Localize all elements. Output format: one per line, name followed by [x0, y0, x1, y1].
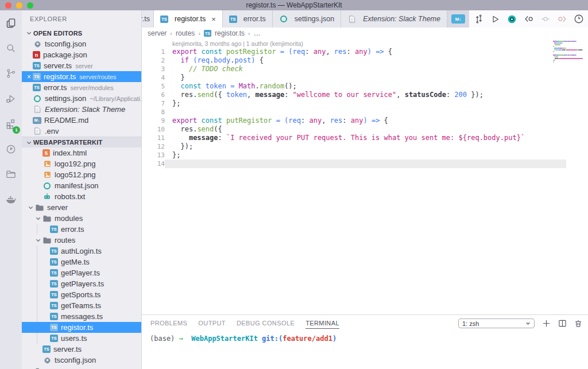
code-line: 7}; — [142, 99, 588, 108]
tab-settings.json[interactable]: settings.json — [273, 10, 341, 28]
panel-tab-terminal[interactable]: TERMINAL — [305, 315, 339, 329]
editor-actions — [469, 10, 588, 28]
tree-item-logo192.png[interactable]: logo192.png — [22, 158, 141, 169]
tab-error.ts[interactable]: TSerror.ts — [223, 10, 273, 28]
open-editor-item-package.json[interactable]: npackage.json — [22, 49, 141, 60]
ts-file-icon: TS — [229, 15, 237, 23]
chevron-down-icon — [525, 320, 531, 327]
tab-registor.ts[interactable]: TSregistor.ts× — [154, 10, 223, 28]
open-editor-item-.env[interactable]: .env — [22, 126, 141, 137]
open-editor-item-Extension: Slack Theme[interactable]: Extension: Slack Theme — [22, 104, 141, 115]
extensions-icon[interactable]: 1 — [0, 111, 22, 137]
tab-bar: server.tsTSregistor.ts×TSerror.tssetting… — [142, 10, 588, 28]
breadcrumb-item[interactable]: server — [148, 29, 167, 37]
panel-tab-debug-console[interactable]: DEBUG CONSOLE — [237, 315, 295, 328]
chevron-down-icon — [35, 238, 41, 243]
tree-item-messages.ts[interactable]: TSmessages.ts — [22, 311, 141, 322]
split-terminal-button[interactable] — [558, 319, 567, 328]
open-editor-item-README.md[interactable]: M↓README.md — [22, 115, 141, 126]
ring-file-icon — [42, 181, 52, 190]
compare-changes-icon[interactable] — [472, 13, 485, 26]
close-window-button[interactable] — [5, 2, 11, 9]
nav-forward-icon[interactable] — [555, 13, 568, 26]
tree-item-server[interactable]: server — [22, 202, 141, 213]
open-editor-item-tsconfig.json[interactable]: tsconfig.json — [22, 38, 141, 49]
code-line: 4 } — [142, 73, 588, 82]
tree-item-logo512.png[interactable]: logo512.png — [22, 169, 141, 180]
tree-item-registor.ts[interactable]: TSregistor.ts — [22, 322, 141, 333]
kill-terminal-button[interactable] — [574, 319, 582, 328]
ts-file-icon: TS — [50, 291, 58, 298]
minimap[interactable] — [553, 41, 583, 65]
folder-file-icon — [42, 214, 52, 223]
open-editors-header[interactable]: OPEN EDITORS — [22, 28, 141, 38]
breadcrumb-item[interactable]: routes — [176, 29, 195, 37]
open-editor-item-error.ts[interactable]: TSerror.tsserver/modules — [22, 82, 141, 93]
line-number: 3 — [142, 65, 165, 73]
explorer-icon[interactable] — [0, 10, 22, 36]
line-number: 7 — [142, 99, 165, 108]
explorer-sidebar: EXPLORER OPEN EDITORS tsconfig.jsonnpack… — [22, 10, 142, 369]
breadcrumb-item[interactable]: … — [254, 29, 261, 37]
run-debug-icon[interactable] — [0, 86, 22, 111]
tab-Extension: Slack Theme[interactable]: Extension: Slack Theme — [341, 10, 447, 28]
vscode-window: registor.ts — WebAppStarterKIt 1 EXPLORE… — [0, 0, 588, 369]
shell-select[interactable]: 1: zsh — [458, 318, 535, 328]
workspace-header[interactable]: WEBAPPSTARTERKIT — [22, 137, 141, 147]
run-file-icon[interactable] — [489, 13, 502, 26]
chevron-down-icon — [28, 205, 33, 211]
tree-item-getTeams.ts[interactable]: TSgetTeams.ts — [22, 300, 141, 311]
tree-item-error.ts[interactable]: TSerror.ts — [22, 224, 141, 235]
ts-file-icon: TS — [50, 226, 58, 233]
tree-item-index.html[interactable]: 5index.html — [22, 147, 141, 158]
file-file-icon — [33, 105, 42, 114]
code-line: 5 const token = Math.random(); — [142, 82, 588, 91]
tree-item-getSports.ts[interactable]: TSgetSports.ts — [22, 289, 141, 300]
tree-item-users.ts[interactable]: TSusers.ts — [22, 333, 141, 344]
tree-item-tsconfig.json[interactable]: tsconfig.json — [22, 355, 141, 366]
tree-item-src[interactable]: src — [22, 366, 141, 369]
timeline-clock-icon[interactable] — [572, 13, 585, 26]
ts-file-icon: TS — [50, 269, 58, 277]
tree-item-authLogin.ts[interactable]: TSauthLogin.ts — [22, 246, 141, 257]
panel-tab-problems[interactable]: PROBLEMS — [150, 315, 187, 328]
close-icon[interactable]: × — [25, 73, 33, 81]
search-icon[interactable] — [0, 36, 22, 61]
nav-position-icon[interactable] — [539, 13, 552, 26]
tree-item-modules[interactable]: modules — [22, 213, 141, 224]
tree-item-getPlayer.ts[interactable]: TSgetPlayer.ts — [22, 267, 141, 278]
line-number: 1 — [142, 48, 165, 56]
folder-view-icon[interactable] — [0, 162, 22, 187]
nav-back-icon[interactable] — [522, 13, 535, 26]
sidebar-title: EXPLORER — [22, 10, 141, 28]
minimize-window-button[interactable] — [16, 2, 22, 9]
code-line: 12 }); — [142, 142, 588, 151]
history-icon[interactable] — [0, 137, 22, 162]
docker-icon[interactable] — [0, 187, 22, 212]
tab-server.ts[interactable]: server.ts — [142, 10, 154, 28]
source-control-icon[interactable] — [0, 61, 22, 86]
line-number: 5 — [142, 82, 165, 91]
new-terminal-button[interactable] — [542, 319, 551, 328]
code-editor[interactable]: kenjimorita, 3 months ago | 1 author (ke… — [142, 39, 588, 314]
open-editor-item-settings.json[interactable]: settings.json~/Library/Applicati... — [22, 93, 141, 104]
tree-item-server.ts[interactable]: TSserver.ts — [22, 344, 141, 355]
open-editor-item-registor.ts[interactable]: ×TSregistor.tsserver/routes — [22, 71, 141, 82]
zoom-window-button[interactable] — [27, 2, 33, 9]
markdown-preview-button[interactable]: M↓ — [451, 14, 465, 24]
breadcrumb: server›routes›TSregistor.ts›… — [142, 28, 588, 39]
tree-item-getMe.ts[interactable]: TSgetMe.ts — [22, 257, 141, 267]
code-line: 11 message: `I received your PUT request… — [142, 134, 588, 142]
panel-tab-output[interactable]: OUTPUT — [198, 315, 226, 328]
tree-item-robots.txt[interactable]: robots.txt — [22, 191, 141, 202]
terminal-prompt[interactable]: (base) → WebAppStarterKIt git:(feature/a… — [142, 331, 588, 343]
tree-item-manifest.json[interactable]: manifest.json — [22, 180, 141, 191]
tree-item-routes[interactable]: routes — [22, 235, 141, 246]
codelens-annotation[interactable]: kenjimorita, 3 months ago | 1 author (ke… — [142, 39, 588, 48]
open-editor-item-server.ts[interactable]: TSserver.tsserver — [22, 60, 141, 71]
ts-file-icon: TS — [33, 73, 41, 80]
breadcrumb-item[interactable]: registor.ts — [215, 29, 245, 37]
tree-item-getPlayers.ts[interactable]: TSgetPlayers.ts — [22, 278, 141, 289]
close-icon[interactable]: × — [211, 15, 216, 24]
api-extension-icon[interactable] — [505, 13, 519, 26]
